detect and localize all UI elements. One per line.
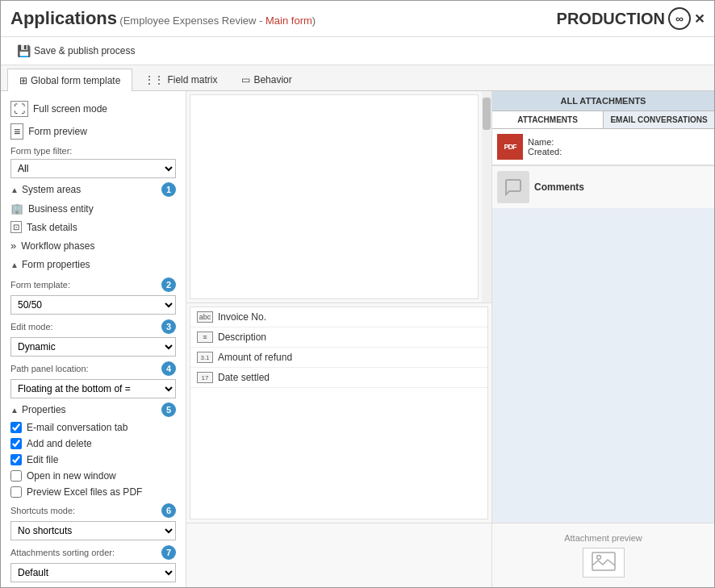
toolbar: 💾 Save & publish process [1, 37, 714, 65]
svg-rect-0 [592, 553, 615, 570]
all-attachments-header: ALL ATTACHMENTS [492, 91, 714, 111]
path-panel-label-container: Path panel location: 4 [4, 358, 182, 377]
sidebar-item-business-entity[interactable]: 🏢 Business entity [4, 199, 182, 218]
svg-point-1 [596, 556, 600, 560]
header-title: Applications (Employee Expenses Review -… [10, 8, 316, 29]
field-icon-17: 17 [197, 372, 213, 383]
add-delete-checkbox[interactable] [10, 438, 22, 449]
open-new-window-checkbox[interactable] [10, 470, 22, 482]
checkbox-preview-excel: Preview Excel files as PDF [4, 484, 182, 500]
attach-tabs: ATTACHMENTS EMAIL CONVERSATIONS [492, 111, 714, 129]
form-template-select[interactable]: 50/50 100 70/30 30/70 [10, 295, 176, 315]
attach-info: Name: Created: [528, 137, 562, 156]
tab-field-matrix[interactable]: ⋮⋮ Field matrix [132, 69, 229, 90]
sidebar-item-task-details[interactable]: ⊡ Task details [4, 218, 182, 236]
properties-badge: 5 [161, 402, 176, 417]
form-type-filter-label: Form type filter: [4, 143, 182, 157]
email-conversation-checkbox[interactable] [10, 422, 22, 433]
infinity-icon: ∞ [668, 7, 691, 30]
system-areas-section[interactable]: ▲ System areas 1 [4, 180, 182, 199]
bottom-area: Attachment preview [186, 523, 714, 587]
comments-section: Comments [492, 165, 714, 208]
field-amount-refund: 3.1 Amount of refund [190, 348, 487, 368]
form-properties-label: Form properties [22, 259, 90, 270]
fullscreen-icon: ⛶ [10, 101, 28, 117]
attachments-right-panel: ALL ATTACHMENTS ATTACHMENTS EMAIL CONVER… [492, 91, 714, 523]
shortcuts-label-container: Shortcuts mode: 6 [4, 500, 182, 519]
comments-label: Comments [534, 181, 584, 193]
bottom-canvas [186, 523, 492, 587]
app-header: Applications (Employee Expenses Review -… [1, 1, 714, 37]
canvas-area: abc Invoice No. ≡ Description 3.1 Amount… [186, 91, 714, 523]
edit-mode-badge: 3 [161, 319, 176, 334]
app-title: Applications [10, 8, 117, 28]
main-tabs: ⊞ Global form template ⋮⋮ Field matrix ▭… [1, 65, 714, 91]
workflow-icon: » [10, 240, 16, 252]
attachment-preview-panel: Attachment preview [492, 523, 714, 587]
form-properties-section[interactable]: ▲ Form properties [4, 255, 182, 274]
save-publish-button[interactable]: 💾 Save & publish process [10, 42, 141, 60]
vertical-scrollbar[interactable] [482, 91, 491, 302]
checkbox-email-conversation: E-mail conversation tab [4, 419, 182, 436]
close-icon[interactable]: ✕ [694, 11, 705, 27]
main-content: ⛶ Full screen mode ≡ Form preview Form t… [1, 91, 714, 587]
edit-mode-label-container: Edit mode: 3 [4, 316, 182, 336]
preview-excel-checkbox[interactable] [10, 486, 22, 498]
related-label-container: Related attachments: ✂ 8 [4, 584, 182, 587]
properties-section[interactable]: ▲ Properties 5 [4, 400, 182, 419]
sorting-select[interactable]: Default Name Date [10, 563, 176, 582]
header-subtitle: (Employee Expenses Review - Main form) [119, 15, 316, 27]
collapse-arrow-icon-3: ▲ [10, 406, 19, 415]
comments-icon [497, 171, 529, 203]
form-template-badge: 2 [161, 277, 176, 292]
grid-icon: ⊞ [19, 75, 27, 86]
system-areas-label: System areas [22, 184, 81, 195]
canvas-divider [186, 302, 491, 303]
tab-behavior[interactable]: ▭ Behavior [229, 69, 303, 90]
full-screen-button[interactable]: ⛶ Full screen mode [4, 98, 182, 120]
field-icon-lines: ≡ [197, 332, 213, 343]
production-badge: PRODUCTION ∞ ✕ [557, 7, 705, 30]
pdf-icon: PDF [497, 134, 523, 160]
preview-icon: ≡ [10, 123, 23, 140]
checkbox-edit-file: Edit file [4, 452, 182, 468]
edit-mode-select[interactable]: Dynamic Static Read only [10, 337, 176, 357]
collapse-arrow-icon-2: ▲ [10, 261, 19, 269]
attachment-item: PDF Name: Created: [492, 129, 714, 165]
edit-file-checkbox[interactable] [10, 454, 22, 465]
building-icon: 🏢 [10, 202, 23, 215]
matrix-icon: ⋮⋮ [144, 74, 164, 85]
tab-global-form-template[interactable]: ⊞ Global form template [7, 69, 132, 91]
canvas-top-area [186, 91, 491, 302]
sidebar-item-workflow-phases[interactable]: » Workflow phases [4, 236, 182, 255]
tab-attachments[interactable]: ATTACHMENTS [492, 111, 604, 128]
path-panel-badge: 4 [161, 361, 176, 376]
field-description: ≡ Description [190, 327, 487, 348]
collapse-arrow-icon: ▲ [10, 186, 19, 194]
checkbox-open-new-window: Open in new window [4, 468, 182, 484]
shortcuts-select[interactable]: No shortcuts Keyboard Mouse [10, 521, 176, 540]
form-canvas-left: abc Invoice No. ≡ Description 3.1 Amount… [186, 91, 492, 523]
form-template-label: Form template: 2 [4, 274, 182, 294]
shortcuts-badge: 6 [161, 503, 176, 518]
attachment-preview-label: Attachment preview [564, 533, 642, 543]
path-panel-select[interactable]: Floating at the bottom of = Top Bottom H… [10, 379, 176, 398]
form-fields-area: abc Invoice No. ≡ Description 3.1 Amount… [190, 307, 488, 519]
form-preview-button[interactable]: ≡ Form preview [4, 120, 182, 143]
tab-email-conversations[interactable]: EMAIL CONVERSATIONS [604, 111, 714, 128]
field-date-settled: 17 Date settled [190, 368, 487, 388]
save-icon: 💾 [17, 44, 31, 57]
field-icon-abc: abc [197, 311, 213, 323]
task-icon: ⊡ [10, 221, 22, 233]
content-area: abc Invoice No. ≡ Description 3.1 Amount… [186, 91, 714, 587]
checkbox-add-delete: Add and delete [4, 436, 182, 452]
sorting-label-container: Attachments sorting order: 7 [4, 542, 182, 561]
form-type-select[interactable]: All Read Edit [10, 159, 176, 178]
sidebar: ⛶ Full screen mode ≡ Form preview Form t… [1, 91, 186, 587]
sorting-badge: 7 [161, 545, 176, 560]
field-icon-31: 3.1 [197, 352, 213, 363]
system-areas-badge: 1 [161, 182, 176, 197]
behavior-icon: ▭ [241, 74, 250, 85]
preview-placeholder-icon [583, 548, 625, 578]
properties-label: Properties [22, 404, 66, 415]
